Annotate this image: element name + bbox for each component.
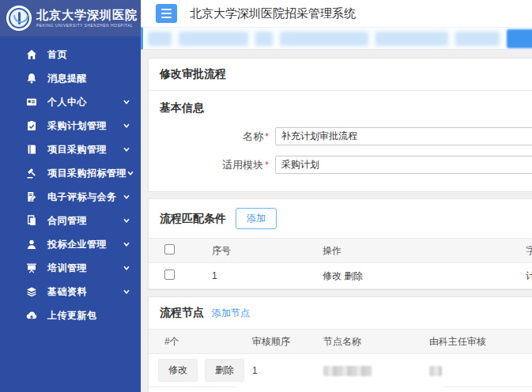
book-icon: [26, 144, 37, 155]
redaction-artifact: [237, 384, 443, 391]
col-seq-header: 序号: [206, 239, 316, 263]
sidebar-item-label: 培训管理: [47, 262, 87, 275]
sidebar-item-label: 合同管理: [47, 214, 87, 228]
sidebar-item-label: 投标企业管理: [47, 238, 107, 251]
presentation-icon: [26, 262, 37, 273]
sidebar-item-purchase-plan[interactable]: 采购计划管理: [0, 114, 141, 138]
redacted-active-tab[interactable]: [507, 29, 532, 48]
chevron-down-icon: [126, 169, 134, 177]
redacted-tab[interactable]: [455, 32, 500, 46]
condition-ops[interactable]: 修改 删除: [316, 263, 512, 289]
redacted-node-name: [323, 366, 372, 376]
select-all-header: [149, 239, 206, 263]
redacted-tab[interactable]: [179, 32, 248, 46]
module-field-row: 适用模块*: [149, 156, 532, 174]
chevron-down-icon: [123, 145, 130, 153]
bell-icon: [26, 73, 37, 84]
col-name-header: 节点名称: [317, 330, 423, 354]
match-conditions-table: 序号 操作 字 1 修改 删除 计: [149, 238, 532, 289]
redacted-tab[interactable]: [375, 32, 448, 46]
layers-icon: [26, 286, 37, 297]
flow-nodes-table: #个 审核顺序 节点名称 由科主任审核 修改删除 1: [149, 329, 532, 392]
sidebar-item-label: 采购计划管理: [47, 119, 107, 133]
chevron-down-icon: [123, 264, 130, 272]
redacted-reviewer-flag: [429, 366, 442, 376]
condition-row: 1 修改 删除 计: [149, 263, 532, 289]
sidebar-item-label: 项目采购管理: [47, 143, 107, 156]
chevron-down-icon: [123, 122, 130, 130]
sidebar-item-project-purchase[interactable]: 项目采购管理: [0, 138, 141, 161]
app-window: 北京大学深圳医院 PEKING UNIVERSITY SHENZHEN HOSP…: [0, 0, 532, 392]
match-conditions-title: 流程匹配条件: [160, 212, 226, 226]
name-input[interactable]: [275, 127, 532, 145]
user-icon: [26, 239, 37, 250]
condition-seq: 1: [206, 263, 316, 289]
add-node-link[interactable]: 添加节点: [212, 307, 250, 320]
top-header: 北京大学深圳医院招采管理系统: [141, 0, 532, 27]
edit-approval-flow-panel: 修改审批流程 基本信息 名称* 适用模块*: [148, 58, 532, 192]
node-order: 1: [246, 354, 317, 387]
basic-info-section-title: 基本信息: [149, 91, 532, 117]
page-content: 修改审批流程 基本信息 名称* 适用模块* 流程匹配条件 添加: [141, 50, 532, 392]
sidebar-item-label: 电子评标与会务: [47, 190, 117, 204]
sidebar-item-label: 个人中心: [47, 96, 87, 109]
sidebar-item-upload-package[interactable]: 上传更新包: [0, 303, 141, 327]
chevron-down-icon: [123, 217, 130, 224]
col-op-header: 操作: [316, 239, 512, 263]
open-tabs-strip: [141, 27, 532, 50]
sidebar-nav: 首页 消息提醒 个人中心 采购计划管理: [0, 36, 141, 327]
modify-node-button[interactable]: 修改: [158, 359, 198, 382]
app-title: 北京大学深圳医院招采管理系统: [190, 6, 356, 21]
sidebar: 北京大学深圳医院 PEKING UNIVERSITY SHENZHEN HOSP…: [0, 0, 141, 392]
chevron-down-icon: [123, 193, 130, 201]
redacted-tab[interactable]: [255, 32, 273, 46]
menu-toggle-button[interactable]: [156, 4, 177, 23]
name-field-label: 名称*: [149, 130, 269, 144]
clipboard-check-icon: [26, 120, 37, 131]
sidebar-item-e-evaluation[interactable]: 电子评标与会务: [0, 185, 141, 209]
add-condition-button[interactable]: 添加: [236, 208, 277, 229]
sidebar-item-label: 上传更新包: [47, 309, 97, 322]
flow-nodes-panel: 流程节点 添加节点 #个 审核顺序 节点名称 由科主任审核: [148, 296, 532, 392]
col-order-header: 审核顺序: [246, 330, 317, 354]
sidebar-item-personal-center[interactable]: 个人中心: [0, 90, 141, 114]
sidebar-item-basic-data[interactable]: 基础资料: [0, 280, 141, 303]
redacted-tab[interactable]: [280, 32, 368, 46]
sidebar-item-messages[interactable]: 消息提醒: [0, 66, 141, 90]
flow-nodes-title: 流程节点: [160, 306, 204, 320]
module-field-label: 适用模块*: [149, 158, 269, 172]
idcard-icon: [26, 96, 37, 107]
sidebar-item-label: 基础资料: [47, 285, 87, 299]
chevron-down-icon: [123, 288, 130, 296]
col-hash-header: #个: [149, 330, 246, 354]
sidebar-item-label: 项目采购招标管理: [47, 167, 126, 180]
cloud-upload-icon: [26, 310, 37, 321]
hospital-logo-icon: [6, 6, 32, 31]
row-checkbox[interactable]: [164, 270, 175, 280]
name-field-row: 名称*: [149, 127, 532, 145]
sidebar-item-contract-management[interactable]: 合同管理: [0, 209, 141, 232]
contract-icon: [26, 215, 37, 226]
brand-name-cn: 北京大学深圳医院: [36, 9, 138, 22]
module-select[interactable]: [275, 156, 532, 174]
sidebar-item-home[interactable]: 首页: [0, 43, 141, 66]
redacted-tab[interactable]: [148, 32, 172, 46]
chevron-down-icon: [123, 98, 130, 106]
sidebar-item-label: 首页: [47, 48, 67, 62]
sidebar-item-bidder-enterprise[interactable]: 投标企业管理: [0, 232, 141, 256]
sidebar-item-label: 消息提醒: [47, 72, 87, 85]
node-row: 修改删除 1: [149, 354, 532, 387]
col-partial-header: 字: [512, 239, 532, 263]
document-edit-icon: [26, 191, 37, 202]
select-all-checkbox[interactable]: [164, 244, 175, 254]
sidebar-item-bidding-management[interactable]: 项目采购招标管理: [0, 161, 141, 185]
delete-node-button[interactable]: 删除: [205, 359, 244, 382]
col-reviewer-header: 由科主任审核: [423, 330, 532, 354]
page-title: 修改审批流程: [160, 67, 226, 81]
brand-header: 北京大学深圳医院 PEKING UNIVERSITY SHENZHEN HOSP…: [0, 0, 141, 36]
match-conditions-panel: 流程匹配条件 添加 序号 操作 字: [148, 198, 532, 290]
condition-partial: 计: [512, 263, 532, 289]
required-asterisk: *: [265, 131, 269, 142]
required-asterisk: *: [265, 160, 269, 171]
sidebar-item-training[interactable]: 培训管理: [0, 256, 141, 280]
